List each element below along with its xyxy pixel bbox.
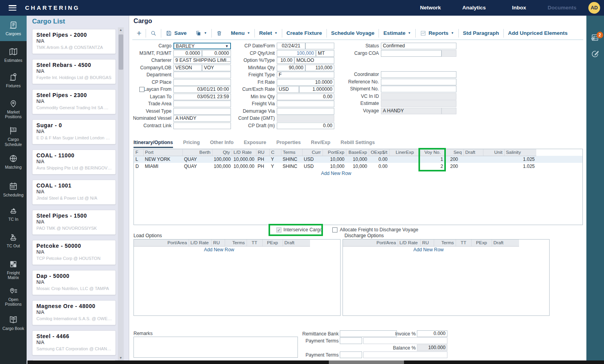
status-field[interactable]: Confirmed xyxy=(381,43,456,49)
cp-place-field[interactable] xyxy=(173,79,231,86)
charterer-field[interactable]: 9 EAST SHIPPING LIMI... xyxy=(173,57,231,64)
sidebar-item-fixtures[interactable]: Fixtures xyxy=(0,70,27,91)
max-qty-field[interactable]: 110,000 xyxy=(305,65,334,71)
shipment-no-field[interactable] xyxy=(381,86,456,92)
column-header[interactable]: Unit xyxy=(483,149,504,156)
column-header[interactable]: RU xyxy=(211,240,225,246)
cp-date-field[interactable]: 02/24/21 xyxy=(277,43,305,49)
cell-seq[interactable]: 200 xyxy=(445,163,463,170)
tab-properties[interactable]: Properties xyxy=(276,140,301,148)
frt-rate-field[interactable]: 10.0000 xyxy=(277,79,334,86)
cell-baseexp[interactable]: 10,000 xyxy=(346,163,369,170)
menu-button[interactable]: Menu▼ xyxy=(227,30,254,36)
interservice-cargo-checkbox[interactable]: ✓ xyxy=(276,227,281,232)
delete-button[interactable] xyxy=(212,30,227,36)
cell-baseexp[interactable]: 10,000 xyxy=(346,156,369,163)
tab-itinerary-options[interactable]: Itinerary/Options xyxy=(133,140,173,148)
tab-pricing[interactable]: Pricing xyxy=(183,140,200,148)
column-header[interactable]: RU xyxy=(420,240,434,246)
cell-seq[interactable]: 200 xyxy=(445,156,463,163)
exch-rate-field[interactable]: 1.000000 xyxy=(299,86,334,93)
cell-linerexp[interactable] xyxy=(389,156,420,163)
column-header[interactable]: OExp$/t xyxy=(369,149,389,156)
cell-linerexp[interactable] xyxy=(389,163,420,170)
load-add-new-row-link[interactable]: Add New Row xyxy=(204,247,234,252)
company-field[interactable]: VESON xyxy=(173,65,202,71)
column-header[interactable]: L/D Rate xyxy=(232,149,256,156)
payment-terms-desc-field-2[interactable] xyxy=(363,351,447,358)
column-header[interactable]: TT xyxy=(456,240,471,246)
sidebar-item-open-positions[interactable]: Open Positions xyxy=(0,284,27,308)
coordinator-field[interactable] xyxy=(381,71,456,78)
cargo-card[interactable]: Steel - 4466 N/A Samsung C&T Corporation… xyxy=(32,330,116,355)
relet-button[interactable]: Relet▼ xyxy=(255,30,282,36)
currency-field[interactable]: USD xyxy=(277,86,299,93)
cell-f[interactable]: L xyxy=(134,156,143,163)
discharge-add-new-row-link[interactable]: Add New Row xyxy=(413,247,444,252)
cell-c[interactable]: Y xyxy=(269,156,281,163)
cell-curr[interactable]: USD xyxy=(302,163,323,170)
nav-documents[interactable]: Documents xyxy=(548,0,577,16)
cell-voy-no[interactable]: 1 xyxy=(420,156,445,163)
cell-qty[interactable]: 100,000 xyxy=(212,156,232,163)
allocate-freight-checkbox[interactable] xyxy=(332,227,337,232)
add-button[interactable]: + xyxy=(132,29,146,37)
cell-f[interactable]: D xyxy=(134,163,143,170)
itinerary-row[interactable]: D MIAMI QUAY 100,000 10,000.00 PH Y SHIN… xyxy=(134,163,582,170)
column-header[interactable]: L/D Rate xyxy=(189,240,211,246)
hamburger-menu-icon[interactable] xyxy=(9,5,16,11)
invoice-pct-field[interactable]: 0.000 xyxy=(417,330,447,337)
column-header[interactable]: TT xyxy=(247,240,262,246)
cell-terms[interactable]: SHINC xyxy=(281,156,302,163)
cell-c[interactable]: Y xyxy=(269,163,281,170)
min-qty-field[interactable]: 90,000 xyxy=(277,65,305,71)
tab-other-info[interactable]: Other Info xyxy=(210,140,233,148)
horizontal-scrollbar-thumb[interactable] xyxy=(329,360,404,364)
column-header[interactable]: Terms xyxy=(281,149,302,156)
reports-button[interactable]: Reports▼ xyxy=(416,30,458,36)
laycan-to-field[interactable]: 03/05/21 23:59 xyxy=(173,94,231,100)
tab-rev-exp[interactable]: Rev/Exp xyxy=(311,140,330,148)
contract-link-field[interactable] xyxy=(173,123,231,129)
column-header[interactable]: Voy No. xyxy=(420,149,445,156)
scroll-up-icon[interactable]: ▲ xyxy=(118,27,124,33)
add-unpriced-elements-button[interactable]: Add Unpriced Elements xyxy=(504,30,572,36)
sidebar-item-market-positions[interactable]: Market Positions xyxy=(0,96,27,122)
option-pct-field[interactable]: 10.00 xyxy=(277,57,294,64)
min-inv-qty-field[interactable]: 0.00 xyxy=(277,94,334,100)
cell-ru[interactable]: PH xyxy=(256,156,269,163)
cargo-card[interactable]: Steel Rebars - 4500 N/A Fayette Int. Hol… xyxy=(32,59,116,84)
cell-berth[interactable]: QUAY xyxy=(182,156,212,163)
cell-unit[interactable] xyxy=(483,156,504,163)
copy-button[interactable]: ▼ xyxy=(191,30,211,36)
cell-voy-no[interactable]: 2 xyxy=(420,163,445,170)
cargo-card[interactable]: Steel Pipes - 2000 N/A TMK Artrom S.A @ … xyxy=(32,29,116,54)
cargo-card[interactable]: Steel Pipes - 2300 N/A Commodity General… xyxy=(32,89,116,114)
compose-icon[interactable] xyxy=(591,50,599,58)
cell-unit[interactable] xyxy=(483,163,504,170)
column-header[interactable]: Draft xyxy=(283,240,310,246)
nominated-vessel-field[interactable]: A HANDY xyxy=(173,115,231,122)
column-header[interactable]: Curr xyxy=(302,149,323,156)
column-header[interactable]: F xyxy=(134,149,143,156)
cp-qty-field[interactable]: 100,000 xyxy=(277,50,316,57)
cell-draft[interactable] xyxy=(463,163,483,170)
tab-exposure[interactable]: Exposure xyxy=(244,140,266,148)
cargo-card[interactable]: Steel Pipes - 1500 N/A PAO TMK @ NOVOROS… xyxy=(32,210,116,235)
vessel-type-field[interactable] xyxy=(173,108,231,115)
freight-type-field[interactable]: F xyxy=(277,72,334,78)
column-header[interactable]: Draft xyxy=(463,149,483,156)
nav-inbox[interactable]: Inbox xyxy=(512,0,526,16)
cargo-card[interactable]: Magnese Ore - 48000 N/A Comilog Internat… xyxy=(32,300,116,325)
sidebar-item-estimates[interactable]: Estimates xyxy=(0,44,27,66)
trade-area-field[interactable] xyxy=(173,101,231,107)
cell-portexp[interactable]: 10,000 xyxy=(323,156,346,163)
cargo-card[interactable]: Dap - 50000 N/A Mosaic Crop Nutrition, L… xyxy=(32,270,116,295)
reference-no-field[interactable] xyxy=(381,79,456,85)
column-header[interactable]: Port/Area xyxy=(134,240,189,246)
column-header[interactable]: Qty xyxy=(212,149,232,156)
estimate-button[interactable]: Estimate▼ xyxy=(379,30,415,36)
column-header[interactable]: PExp xyxy=(471,240,492,246)
cell-salinity[interactable]: 1.025 xyxy=(504,163,536,170)
column-header[interactable]: PortExp xyxy=(323,149,346,156)
